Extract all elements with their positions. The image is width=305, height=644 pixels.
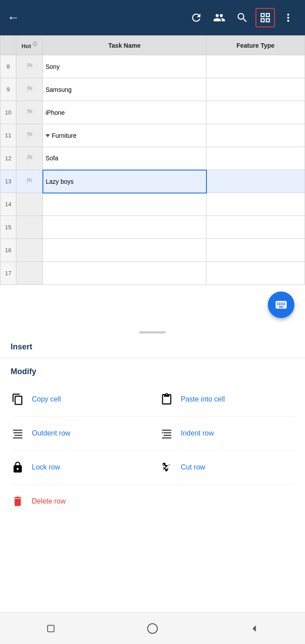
feature-cell[interactable]: [206, 170, 305, 193]
row-number: 12: [0, 147, 16, 170]
hot-cell[interactable]: [16, 124, 43, 147]
svg-rect-1: [15, 432, 23, 433]
hot-cell[interactable]: [16, 216, 43, 239]
svg-rect-6: [164, 432, 172, 433]
task-cell[interactable]: [43, 193, 206, 216]
spreadsheet-table: Hot ⓘ Task Name Feature Type 8 Sony: [0, 35, 305, 327]
svg-rect-3: [13, 437, 23, 438]
task-cell[interactable]: [43, 239, 206, 262]
table-row[interactable]: 9 Samsung: [0, 78, 305, 101]
more-options-button[interactable]: [278, 8, 298, 27]
task-name-column-header[interactable]: Task Name: [43, 36, 206, 55]
hot-column-header[interactable]: Hot ⓘ: [16, 36, 43, 55]
feature-cell[interactable]: [206, 55, 305, 78]
hot-cell[interactable]: [16, 55, 43, 78]
cut-icon: [160, 460, 174, 474]
row-number: 11: [0, 124, 16, 147]
hot-cell[interactable]: [16, 193, 43, 216]
svg-point-11: [148, 624, 157, 633]
flag-icon: [26, 154, 34, 162]
back-button[interactable]: ←: [7, 11, 19, 25]
back-button-android[interactable]: [244, 619, 264, 638]
hot-cell[interactable]: [16, 101, 43, 124]
home-button[interactable]: [143, 619, 162, 638]
collapse-icon[interactable]: [46, 134, 50, 137]
svg-marker-4: [13, 432, 15, 434]
table-row[interactable]: 10 iPhone: [0, 101, 305, 124]
lock-row-button[interactable]: Lock row: [11, 451, 152, 485]
paste-cell-button[interactable]: Paste into cell: [152, 383, 294, 417]
indent-row-label: Indent row: [181, 429, 214, 437]
feature-cell[interactable]: [206, 124, 305, 147]
table-row[interactable]: 11 Furniture: [0, 124, 305, 147]
keyboard-fab[interactable]: [268, 292, 294, 318]
cut-row-button[interactable]: Cut row: [152, 451, 294, 485]
feature-cell[interactable]: [206, 78, 305, 101]
row-number: 10: [0, 101, 16, 124]
lock-row-label: Lock row: [32, 463, 60, 471]
feature-cell[interactable]: [206, 239, 305, 262]
svg-rect-7: [164, 435, 172, 436]
outdent-row-label: Outdent row: [32, 429, 70, 437]
feature-cell[interactable]: [206, 101, 305, 124]
svg-marker-12: [252, 625, 255, 632]
outdent-icon: [11, 426, 25, 440]
delete-row-button[interactable]: Delete row: [11, 485, 294, 518]
table-row[interactable]: 8 Sony: [0, 55, 305, 78]
task-cell[interactable]: Sony: [43, 55, 206, 78]
delete-row-label: Delete row: [32, 497, 65, 505]
paste-icon: [160, 392, 174, 406]
hot-cell[interactable]: [16, 239, 43, 262]
row-num-header: [0, 36, 16, 55]
task-cell[interactable]: iPhone: [43, 101, 206, 124]
row-number: 16: [0, 239, 16, 262]
row-number: 9: [0, 78, 16, 101]
flag-icon: [26, 108, 34, 116]
copy-cell-button[interactable]: Copy cell: [11, 383, 152, 417]
hot-cell[interactable]: [16, 262, 43, 285]
feature-cell[interactable]: [206, 193, 305, 216]
table-row[interactable]: 13 Lazy boys: [0, 170, 305, 193]
people-button[interactable]: [210, 8, 229, 27]
hot-cell[interactable]: [16, 78, 43, 101]
hot-cell[interactable]: [16, 147, 43, 170]
grid-view-button[interactable]: [255, 8, 275, 27]
indent-row-button[interactable]: Indent row: [152, 417, 294, 451]
row-number: 13: [0, 170, 16, 193]
search-button[interactable]: [233, 8, 252, 27]
feature-cell[interactable]: [206, 216, 305, 239]
lock-icon: [11, 460, 25, 474]
trash-icon: [11, 494, 25, 508]
android-navigation-bar: [0, 612, 305, 644]
table-row[interactable]: 15: [0, 216, 305, 239]
task-cell-selected[interactable]: Lazy boys: [43, 170, 206, 193]
task-cell[interactable]: [43, 216, 206, 239]
table-row[interactable]: 14: [0, 193, 305, 216]
hot-cell[interactable]: [16, 170, 43, 193]
flag-icon: [26, 62, 34, 70]
row-number: 8: [0, 55, 16, 78]
table-header: Hot ⓘ Task Name Feature Type: [0, 36, 305, 55]
table-row[interactable]: 17: [0, 262, 305, 285]
svg-rect-5: [162, 430, 172, 431]
svg-rect-0: [13, 430, 23, 431]
feature-cell[interactable]: [206, 262, 305, 285]
indent-icon: [160, 426, 174, 440]
modify-section-title: Modify: [11, 358, 294, 383]
context-menu-panel: Insert Modify Copy cell Paste into cell: [0, 333, 305, 518]
feature-type-column-header[interactable]: Feature Type: [206, 36, 305, 55]
refresh-button[interactable]: [187, 8, 206, 27]
task-cell[interactable]: Furniture: [43, 124, 206, 147]
cut-row-label: Cut row: [181, 463, 205, 471]
table-row[interactable]: 12 Sofa: [0, 147, 305, 170]
top-navigation: ←: [0, 0, 305, 35]
outdent-row-button[interactable]: Outdent row: [11, 417, 152, 451]
task-cell[interactable]: Samsung: [43, 78, 206, 101]
insert-section-title[interactable]: Insert: [11, 333, 294, 358]
feature-cell[interactable]: [206, 147, 305, 170]
table-row[interactable]: 16: [0, 239, 305, 262]
row-number: 15: [0, 216, 16, 239]
task-cell[interactable]: [43, 262, 206, 285]
recent-apps-button[interactable]: [41, 619, 61, 638]
task-cell[interactable]: Sofa: [43, 147, 206, 170]
